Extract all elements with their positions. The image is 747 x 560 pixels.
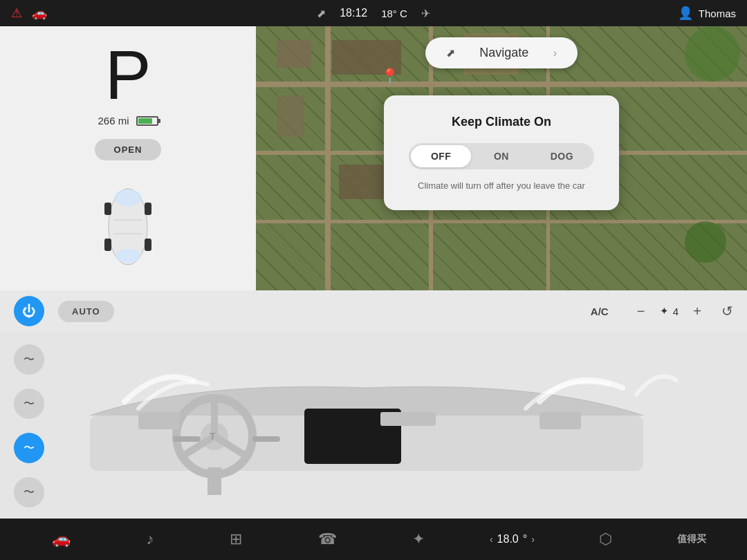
svg-rect-5 [104, 239, 111, 251]
top-bar-left: ⚠ 🚗 [11, 6, 47, 21]
map-area[interactable]: 📍 ⬈ Navigate › Keep Climate On OFF ON DO… [256, 26, 747, 290]
recirculate-button[interactable]: ↺ [721, 303, 733, 319]
seat-airflow-middle-button[interactable]: 〜 [14, 389, 44, 419]
power-icon: ⏻ [22, 304, 36, 319]
svg-point-1 [114, 189, 142, 206]
navigate-button[interactable]: ⬈ Navigate › [425, 37, 578, 68]
seat-airflow-upper-icon: 〜 [24, 353, 35, 367]
fan-icon: ✦ [660, 305, 669, 317]
taskbar-fan[interactable]: ✦ [401, 525, 436, 554]
left-panel: P 266 mi OPEN [0, 26, 256, 290]
seat-airflow-middle-icon: 〜 [24, 397, 35, 411]
phone-icon: ☎ [318, 530, 337, 548]
map-pin: 📍 [380, 68, 399, 86]
navigate-chevron-icon: › [553, 47, 557, 59]
warning-icon: ⚠ [11, 6, 22, 21]
fan-increase-button[interactable]: + [687, 301, 708, 321]
username: Thomas [699, 8, 736, 19]
taskbar-car[interactable]: 🚗 [41, 525, 82, 554]
taskbar: 🚗 ♪ ⊞ ☎ ✦ ‹ 18.0 ° › ⬡ 值得买 [0, 519, 747, 560]
seat-controls: 〜 〜 〜 〜 [14, 344, 44, 507]
fan-control: − ✦ 4 + [631, 301, 708, 321]
svg-point-2 [116, 249, 140, 263]
user-area[interactable]: 👤 Thomas [678, 6, 736, 21]
status-icons: ⚠ 🚗 [11, 6, 47, 21]
top-bar-center: ⬈ 18:12 18° C ✈ [317, 7, 430, 20]
nav-direction-icon: ✈ [421, 7, 430, 20]
open-button[interactable]: OPEN [95, 139, 162, 160]
battery-body [136, 116, 158, 126]
ac-button[interactable]: A/C [582, 301, 617, 321]
gear-indicator: P [105, 40, 151, 109]
svg-rect-22 [252, 436, 280, 442]
svg-rect-3 [104, 203, 111, 215]
fan-taskbar-icon: ✦ [412, 530, 425, 548]
range-text: 266 mi [98, 115, 129, 127]
clock: 18:12 [340, 7, 367, 19]
speed-icon: 🚗 [32, 6, 47, 21]
taskbar-phone[interactable]: ☎ [307, 525, 348, 554]
interior-svg: T [55, 346, 678, 505]
climate-options: OFF ON DOG [409, 143, 594, 169]
seat-airflow-feet-button[interactable]: 〜 [14, 477, 44, 507]
taskbar-seat[interactable]: ⬡ [588, 525, 623, 554]
battery-icon [136, 116, 158, 126]
music-icon: ♪ [146, 530, 154, 548]
taskbar-music[interactable]: ♪ [135, 525, 165, 554]
seat-airflow-upper-button[interactable]: 〜 [14, 344, 44, 375]
seat-icon: ⬡ [599, 530, 612, 548]
temp-value: 18.0 [497, 533, 519, 545]
car-icon: 🚗 [52, 530, 71, 548]
top-bar: ⚠ 🚗 ⬈ 18:12 18° C ✈ 👤 Thomas [0, 0, 747, 26]
outside-temp: 18° C [381, 8, 407, 19]
svg-rect-18 [138, 412, 180, 429]
svg-text:T: T [210, 431, 216, 442]
battery-row: 266 mi [98, 115, 158, 127]
climate-option-on[interactable]: ON [471, 145, 531, 167]
temp-right-arrow: › [531, 534, 535, 545]
fan-level: 4 [673, 306, 679, 317]
svg-rect-21 [173, 436, 201, 442]
temp-degree: ° [523, 533, 527, 545]
user-icon: 👤 [678, 6, 693, 21]
climate-modal-title: Keep Climate On [409, 115, 594, 129]
svg-rect-13 [208, 467, 221, 495]
svg-rect-20 [380, 412, 436, 426]
taskbar-apps[interactable]: ⊞ [219, 525, 253, 554]
seat-airflow-feet-icon: 〜 [24, 485, 35, 500]
power-button[interactable]: ⏻ [14, 296, 44, 326]
interior-view: 〜 〜 〜 〜 T [0, 332, 747, 520]
battery-fill [138, 118, 153, 124]
navigate-icon: ⬈ [446, 46, 455, 59]
climate-control-panel: ⏻ AUTO A/C − ✦ 4 + ↺ [0, 290, 747, 332]
apps-icon: ⊞ [230, 530, 242, 548]
climate-description: Climate will turn off after you leave th… [409, 180, 594, 191]
fan-display: ✦ 4 [660, 305, 679, 317]
svg-rect-6 [145, 239, 151, 251]
climate-option-off[interactable]: OFF [411, 145, 471, 167]
temp-left-arrow: ‹ [490, 534, 493, 545]
car-top-view-svg [80, 171, 176, 282]
climate-option-dog[interactable]: DOG [532, 145, 592, 167]
taskbar-temperature[interactable]: ‹ 18.0 ° › [490, 533, 535, 545]
seat-airflow-lower-button[interactable]: 〜 [14, 433, 44, 463]
climate-modal: Keep Climate On OFF ON DOG Climate will … [384, 95, 619, 210]
svg-rect-19 [540, 412, 581, 429]
auto-button[interactable]: AUTO [58, 301, 114, 322]
seat-airflow-lower-icon: 〜 [24, 441, 35, 456]
svg-rect-4 [145, 203, 151, 215]
gps-icon: ⬈ [317, 7, 326, 20]
car-top-view [80, 171, 176, 282]
watermark: 值得买 [677, 533, 706, 545]
fan-decrease-button[interactable]: − [631, 301, 652, 321]
navigate-label: Navigate [479, 46, 528, 60]
recirculate-icon: ↺ [721, 304, 733, 319]
